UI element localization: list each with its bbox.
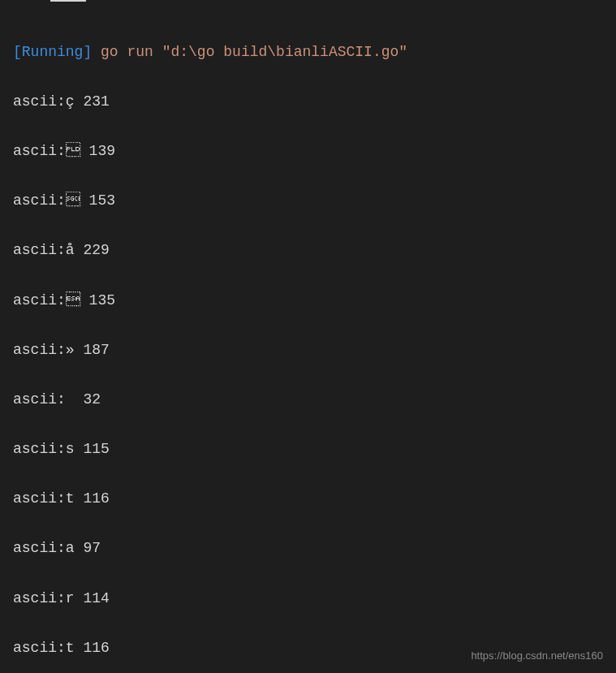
ascii-line: ascii:a 97 — [13, 536, 603, 561]
ascii-line: ascii:» 187 — [13, 338, 603, 363]
ascii-line: ascii:s 115 — [13, 437, 603, 462]
bracket-open: [ — [13, 44, 22, 60]
ascii-line: ascii: 153 — [13, 188, 603, 214]
running-label: Running — [22, 44, 84, 60]
tab-indicator — [50, 0, 86, 2]
ascii-line: ascii:å 229 — [13, 238, 603, 263]
ascii-line: ascii: 139 — [13, 139, 603, 164]
ascii-line: ascii:ç 231 — [13, 89, 603, 114]
command-text: go run "d:\go build\bianliASCII.go" — [101, 44, 407, 60]
ascii-line: ascii: 135 — [13, 288, 603, 313]
terminal-output: [Running] go run "d:\go build\bianliASCI… — [13, 15, 603, 673]
ascii-line: ascii: 32 — [13, 387, 603, 412]
watermark-text: https://blog.csdn.net/ens160 — [471, 647, 603, 665]
run-command-line: [Running] go run "d:\go build\bianliASCI… — [13, 40, 603, 65]
bracket-close: ] — [83, 44, 101, 60]
ascii-line: ascii:t 116 — [13, 486, 603, 511]
ascii-line: ascii:r 114 — [13, 586, 603, 611]
